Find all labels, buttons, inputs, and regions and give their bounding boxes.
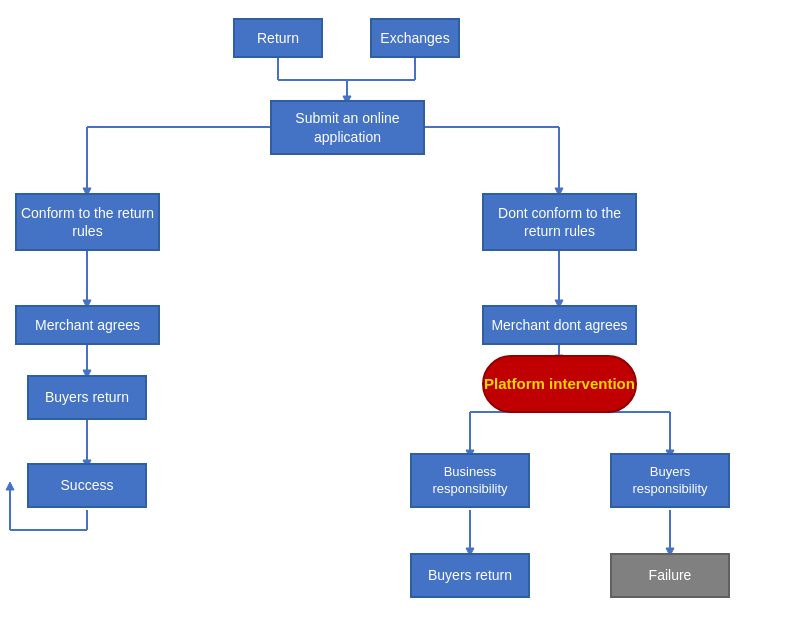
buyers-resp-box: Buyers responsibility bbox=[610, 453, 730, 508]
failure-label: Failure bbox=[649, 566, 692, 584]
flowchart: Return Exchanges Submit an online applic… bbox=[0, 0, 790, 631]
submit-box: Submit an online application bbox=[270, 100, 425, 155]
merchant-dont-box: Merchant dont agrees bbox=[482, 305, 637, 345]
merchant-agrees-box: Merchant agrees bbox=[15, 305, 160, 345]
exchanges-box: Exchanges bbox=[370, 18, 460, 58]
failure-box: Failure bbox=[610, 553, 730, 598]
conform-label: Conform to the return rules bbox=[17, 204, 158, 240]
buyers-return-left-label: Buyers return bbox=[45, 388, 129, 406]
exchanges-label: Exchanges bbox=[380, 29, 449, 47]
svg-marker-20 bbox=[6, 482, 14, 490]
buyers-resp-label: Buyers responsibility bbox=[612, 464, 728, 498]
submit-label: Submit an online application bbox=[272, 109, 423, 145]
success-label: Success bbox=[61, 476, 114, 494]
return-label: Return bbox=[257, 29, 299, 47]
business-resp-label: Business responsibility bbox=[412, 464, 528, 498]
buyers-return-right-box: Buyers return bbox=[410, 553, 530, 598]
dont-conform-box: Dont conform to the return rules bbox=[482, 193, 637, 251]
buyers-return-right-label: Buyers return bbox=[428, 566, 512, 584]
success-box: Success bbox=[27, 463, 147, 508]
merchant-dont-label: Merchant dont agrees bbox=[491, 316, 627, 334]
platform-box: Platform intervention bbox=[482, 355, 637, 413]
business-resp-box: Business responsibility bbox=[410, 453, 530, 508]
platform-label: Platform intervention bbox=[484, 374, 635, 394]
merchant-agrees-label: Merchant agrees bbox=[35, 316, 140, 334]
buyers-return-left-box: Buyers return bbox=[27, 375, 147, 420]
dont-conform-label: Dont conform to the return rules bbox=[484, 204, 635, 240]
conform-box: Conform to the return rules bbox=[15, 193, 160, 251]
return-box: Return bbox=[233, 18, 323, 58]
